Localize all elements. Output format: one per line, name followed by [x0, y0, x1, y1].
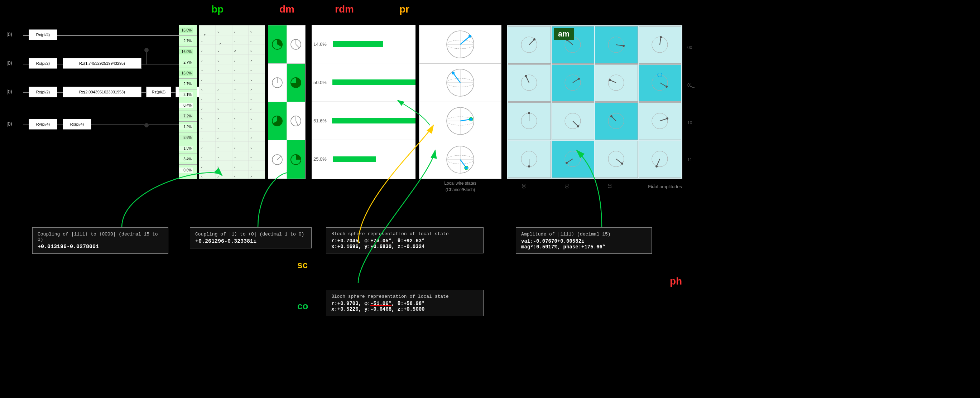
svg-point-138 — [525, 75, 527, 77]
svg-text:↖: ↖ — [250, 40, 252, 43]
svg-point-126 — [533, 38, 536, 40]
row-label-10: 10_ — [687, 120, 695, 125]
gate-ry-pi4-q3: Ry(pi/4) — [29, 119, 57, 130]
col-label-01: 01 — [565, 184, 570, 188]
pr-bar-1 — [332, 79, 415, 85]
qubit-label-0: |0⟩ — [6, 32, 12, 37]
svg-text:↗: ↗ — [218, 156, 219, 159]
amplitude-mag-5: mag²:0.5917%, phase:+175.66° — [521, 244, 646, 250]
amp-cell-3-0 — [508, 141, 551, 178]
svg-point-135 — [660, 36, 662, 38]
svg-text:↖: ↖ — [218, 165, 219, 168]
bloch-title-4: Bloch sphere representation of local sta… — [331, 294, 478, 299]
svg-text:↘: ↘ — [250, 146, 252, 149]
svg-point-122 — [465, 166, 468, 169]
amp-cell-1-2 — [595, 64, 638, 102]
bloch-sphere-area: Local wire states(Chance/Bloch) — [419, 25, 501, 179]
amplitude-title-5: Amplitude of |1111⟩ (decimal 15) — [521, 231, 646, 237]
svg-text:↗: ↗ — [234, 78, 236, 82]
svg-text:↗: ↗ — [250, 175, 252, 178]
svg-line-125 — [529, 40, 535, 45]
bp-bar-label-8: 7.2% — [179, 113, 193, 119]
bp-bar-label-12: 3.4% — [179, 156, 193, 162]
amp-cell-2-0 — [508, 102, 551, 140]
svg-text:↙: ↙ — [250, 69, 252, 72]
svg-text:↗: ↗ — [201, 107, 203, 111]
svg-text:↗: ↗ — [250, 136, 252, 140]
svg-text:↘: ↘ — [234, 69, 236, 72]
svg-text:↗: ↗ — [218, 41, 222, 46]
svg-text:↘: ↘ — [218, 98, 219, 101]
svg-text:→: → — [218, 78, 219, 82]
svg-text:↙: ↙ — [201, 165, 203, 168]
header-bp: bp — [211, 3, 224, 15]
header-dm: dm — [279, 3, 294, 15]
svg-text:↘: ↘ — [218, 127, 219, 130]
qubit-label-1: |0⟩ — [6, 60, 12, 66]
bp-bar-label-5: 2.7% — [179, 81, 193, 87]
bp-bar-label-10: 8.6% — [179, 135, 193, 140]
dm-area: ↗ ↘ ↙ ↖ ↗ ↗ ↙ ↖ ↗ ↘ ↗ ↖ ↗ ↘ ↙ ↗ → ↗ ↘ ↙ … — [199, 25, 265, 179]
row-label-11: 11_ — [687, 157, 695, 162]
qubit-label-3: |0⟩ — [6, 121, 12, 127]
svg-text:→: → — [201, 136, 203, 140]
amplitude-box-5: Amplitude of |1111⟩ (decimal 15) val:-0.… — [516, 227, 652, 254]
gate-rz-big-q2: Rz(2.0943951023931953) — [63, 87, 142, 97]
coupling-title-2: Coupling of |1⟩ to ⟨0| (decimal 1 to 0) — [195, 231, 306, 237]
row-label-00: 00_ — [687, 45, 695, 50]
svg-text:↗: ↗ — [201, 49, 203, 52]
svg-text:↘: ↘ — [201, 88, 203, 91]
svg-point-157 — [610, 115, 612, 117]
svg-point-154 — [577, 125, 579, 127]
pr-label-1: 50.0% — [313, 80, 332, 85]
svg-text:→: → — [218, 146, 219, 149]
svg-text:↖: ↖ — [201, 98, 203, 101]
svg-text:↙: ↙ — [218, 88, 219, 91]
svg-point-163 — [528, 165, 530, 168]
bloch-box-4: Bloch sphere representation of local sta… — [326, 290, 484, 316]
bloch-box-3: Bloch sphere representation of local sta… — [326, 227, 484, 254]
am-badge: am — [554, 28, 574, 40]
svg-text:↗: ↗ — [234, 127, 236, 130]
bp-bar-label-9: 1.2% — [179, 124, 193, 130]
amp-cell-0-2 — [595, 26, 638, 64]
amp-cell-1-0 — [508, 64, 551, 102]
co-label: co — [297, 301, 308, 312]
svg-text:↖: ↖ — [250, 49, 252, 52]
svg-point-144 — [609, 79, 611, 81]
coupling-value-2: +0.261296-0.323381i — [195, 238, 306, 244]
bp-bar-label-7: 0.4% — [179, 103, 193, 108]
svg-text:↗: ↗ — [250, 59, 253, 63]
col-label-00: 00 — [522, 184, 527, 188]
svg-point-160 — [666, 117, 668, 119]
gate-rx-pi4-q3: Rx(pi/4) — [63, 119, 91, 130]
amp-cell-0-0 — [508, 26, 551, 64]
final-amplitudes-label: Final amplitudes — [648, 184, 682, 189]
svg-line-137 — [526, 76, 529, 82]
amp-cell-1-3 — [639, 64, 682, 102]
amp-cell-2-3 — [639, 102, 682, 140]
svg-line-171 — [657, 159, 660, 166]
svg-text:↖: ↖ — [250, 30, 252, 33]
svg-text:↖: ↖ — [218, 107, 219, 111]
svg-point-109 — [452, 71, 455, 75]
circuit-area: |0⟩ Rx(pi/4) |0⟩ Rx(pi/2) Rz(1.745329251… — [3, 21, 193, 179]
coupling-box-2: Coupling of |1⟩ to ⟨0| (decimal 1 to 0) … — [190, 227, 312, 248]
svg-line-146 — [660, 82, 667, 87]
qubit-label-2: |0⟩ — [6, 89, 12, 95]
pr-label-2: 51.6% — [313, 118, 332, 124]
bp-bar-label-0: 16.0% — [179, 27, 193, 33]
gate-rx-pi2-q2: Rx(pi/2) — [29, 87, 57, 97]
svg-line-165 — [566, 159, 573, 163]
svg-line-108 — [453, 73, 460, 82]
header-rdm: rdm — [335, 3, 354, 15]
svg-point-172 — [655, 165, 658, 168]
svg-text:↖: ↖ — [201, 156, 203, 159]
svg-text:↘: ↘ — [234, 136, 236, 140]
bloch-value-3b: x:+0.1696, y:+0.6830, z:-0.0324 — [331, 244, 478, 249]
svg-text:↗: ↗ — [234, 165, 236, 168]
bp-bar-label-13: 0.6% — [179, 168, 193, 173]
pr-section: 14.6% 50.0% 51.6% 25.0% — [312, 25, 415, 179]
bloch-value-3a: r:+0.7045, φ:+76.05°, θ:+92.63° — [331, 238, 478, 244]
amplitude-val-5: val:-0.07670+0.00582i — [521, 238, 646, 244]
